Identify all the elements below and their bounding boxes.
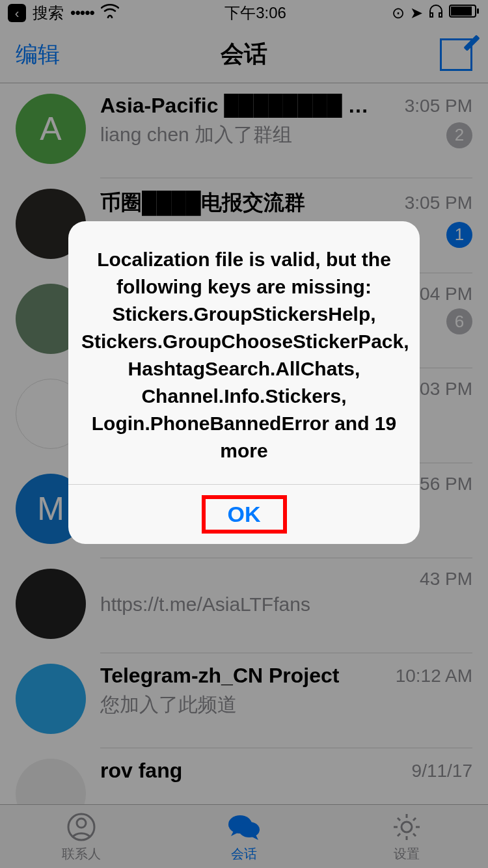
alert-ok-label: OK <box>228 502 261 526</box>
alert-message: Localization file is valid, but the foll… <box>68 221 420 484</box>
highlight-annotation: OK <box>202 495 287 534</box>
alert-ok-button[interactable]: OK <box>68 484 420 544</box>
alert-dialog: Localization file is valid, but the foll… <box>68 221 420 544</box>
